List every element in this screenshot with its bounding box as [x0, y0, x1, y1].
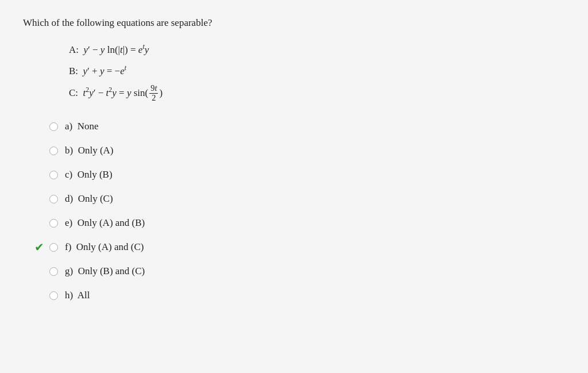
option-h[interactable]: ✔ h) All [34, 289, 565, 302]
radio-e[interactable] [49, 219, 58, 228]
equation-c: C: t2y′ − t2y = y sin(9t2) [69, 82, 565, 103]
radio-g[interactable] [49, 267, 58, 276]
option-e-label: e) Only (A) and (B) [65, 217, 145, 229]
radio-a[interactable] [49, 122, 58, 131]
option-g-label: g) Only (B) and (C) [65, 266, 145, 277]
equation-a: A: y′ − y ln(|t|) = ety [69, 39, 565, 60]
equation-b: B: y′ + y = −et [69, 60, 565, 82]
option-a[interactable]: ✔ a) None [34, 120, 565, 133]
radio-b[interactable] [49, 147, 58, 155]
option-c-label: c) Only (B) [65, 169, 113, 180]
correct-checkmark: ✔ [34, 240, 46, 254]
option-d-label: d) Only (C) [65, 193, 113, 205]
question-text: Which of the following equations are sep… [23, 17, 565, 29]
option-g[interactable]: ✔ g) Only (B) and (C) [34, 264, 565, 278]
radio-f[interactable] [49, 243, 58, 252]
option-b-label: b) Only (A) [65, 145, 114, 156]
equations-block: A: y′ − y ln(|t|) = ety B: y′ + y = −et … [69, 39, 565, 103]
option-e[interactable]: ✔ e) Only (A) and (B) [34, 216, 565, 230]
option-a-label: a) None [65, 121, 99, 132]
option-c[interactable]: ✔ c) Only (B) [34, 168, 565, 182]
radio-c[interactable] [49, 171, 58, 179]
option-d[interactable]: ✔ d) Only (C) [34, 192, 565, 206]
radio-d[interactable] [49, 195, 58, 203]
question-container: Which of the following equations are sep… [23, 17, 565, 302]
option-f-label: f) Only (A) and (C) [65, 241, 144, 253]
option-f[interactable]: ✔ f) Only (A) and (C) [34, 240, 565, 254]
radio-h[interactable] [49, 291, 58, 300]
options-list: ✔ a) None ✔ b) Only (A) ✔ c) Only (B) ✔ … [34, 120, 565, 302]
option-b[interactable]: ✔ b) Only (A) [34, 144, 565, 157]
option-h-label: h) All [65, 290, 90, 301]
